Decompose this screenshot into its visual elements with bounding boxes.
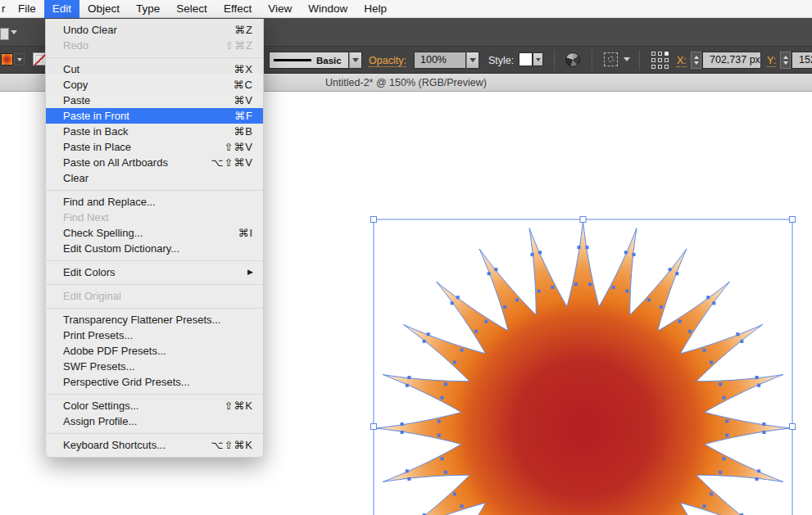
anchor-point[interactable] bbox=[438, 434, 441, 437]
anchor-point[interactable] bbox=[488, 272, 491, 275]
anchor-point[interactable] bbox=[712, 301, 715, 305]
menu-item-edit-custom-dictionary[interactable]: Edit Custom Dictionary... bbox=[46, 241, 263, 256]
anchor-point[interactable] bbox=[678, 320, 682, 323]
menu-item-paste-in-front[interactable]: Paste in Front⌘F bbox=[46, 108, 263, 124]
menu-item-clear[interactable]: Clear bbox=[46, 170, 263, 186]
anchor-point[interactable] bbox=[755, 477, 759, 481]
chevron-down-icon[interactable] bbox=[624, 57, 630, 61]
anchor-point[interactable] bbox=[401, 431, 404, 434]
anchor-point[interactable] bbox=[740, 340, 743, 343]
anchor-point[interactable] bbox=[647, 298, 651, 301]
y-stepper[interactable] bbox=[780, 52, 791, 69]
anchor-point[interactable] bbox=[460, 504, 464, 508]
x-stepper[interactable] bbox=[691, 52, 701, 69]
anchor-point[interactable] bbox=[710, 361, 713, 364]
no-stroke-icon[interactable] bbox=[33, 52, 46, 66]
anchor-point[interactable] bbox=[723, 396, 726, 400]
menu-item-assign-profile[interactable]: Assign Profile... bbox=[46, 413, 263, 429]
anchor-point[interactable] bbox=[407, 376, 411, 379]
anchor-point[interactable] bbox=[588, 282, 592, 286]
selection-handle[interactable] bbox=[790, 424, 796, 430]
anchor-point[interactable] bbox=[669, 268, 672, 271]
menubar-item-effect[interactable]: Effect bbox=[215, 0, 260, 18]
menu-item-edit-colors[interactable]: Edit Colors▶ bbox=[46, 264, 263, 280]
anchor-point[interactable] bbox=[406, 469, 409, 472]
anchor-point[interactable] bbox=[451, 301, 454, 305]
anchor-point[interactable] bbox=[723, 457, 726, 460]
menubar-item-view[interactable]: View bbox=[260, 0, 300, 18]
menu-item-transparency-flattener-presets[interactable]: Transparency Flattener Presets... bbox=[46, 312, 263, 328]
anchor-point[interactable] bbox=[440, 457, 443, 460]
anchor-point[interactable] bbox=[503, 305, 506, 309]
anchor-point[interactable] bbox=[762, 431, 765, 434]
selection-handle[interactable] bbox=[790, 217, 796, 223]
anchor-point[interactable] bbox=[530, 253, 533, 256]
anchor-point[interactable] bbox=[660, 305, 663, 309]
anchor-point[interactable] bbox=[474, 330, 478, 333]
anchor-point[interactable] bbox=[438, 419, 441, 422]
anchor-point[interactable] bbox=[702, 504, 705, 508]
anchor-point[interactable] bbox=[444, 382, 447, 386]
anchor-point[interactable] bbox=[719, 382, 722, 386]
anchor-point[interactable] bbox=[453, 361, 456, 364]
anchor-point[interactable] bbox=[538, 251, 542, 254]
menu-item-copy[interactable]: Copy⌘C bbox=[46, 77, 263, 93]
opacity-link[interactable]: Opacity: bbox=[369, 55, 406, 67]
menu-item-adobe-pdf-presets[interactable]: Adobe PDF Presets... bbox=[46, 343, 263, 359]
menu-item-undo-clear[interactable]: Undo Clear⌘Z bbox=[46, 22, 263, 38]
anchor-point[interactable] bbox=[484, 320, 488, 323]
x-label[interactable]: X: bbox=[677, 55, 687, 67]
menu-item-keyboard-shortcuts[interactable]: Keyboard Shortcuts...⌥⇧⌘K bbox=[46, 437, 263, 453]
anchor-point[interactable] bbox=[444, 471, 447, 474]
menu-item-paste[interactable]: Paste⌘V bbox=[46, 93, 263, 108]
fill-color-dropdown[interactable] bbox=[14, 53, 25, 66]
anchor-point[interactable] bbox=[401, 422, 404, 426]
menubar-item-file[interactable]: File bbox=[10, 0, 44, 18]
opacity-value-field[interactable]: 100% bbox=[414, 52, 466, 69]
menu-item-color-settings[interactable]: Color Settings...⇧⌘K bbox=[46, 398, 263, 413]
anchor-point[interactable] bbox=[757, 469, 760, 472]
y-value-field[interactable]: 152,329 px bbox=[792, 52, 812, 69]
anchor-point[interactable] bbox=[427, 332, 430, 336]
anchor-point[interactable] bbox=[725, 419, 728, 422]
style-swatch[interactable] bbox=[519, 52, 533, 66]
anchor-point[interactable] bbox=[736, 332, 739, 336]
anchor-point[interactable] bbox=[612, 286, 615, 289]
ref-cell[interactable] bbox=[665, 58, 669, 62]
anchor-point[interactable] bbox=[494, 268, 497, 271]
anchor-point[interactable] bbox=[702, 349, 705, 352]
menu-item-perspective-grid-presets[interactable]: Perspective Grid Presets... bbox=[46, 374, 263, 390]
anchor-point[interactable] bbox=[706, 296, 710, 299]
anchor-point[interactable] bbox=[423, 340, 426, 343]
style-arrow[interactable] bbox=[533, 52, 543, 66]
menu-item-paste-in-place[interactable]: Paste in Place⇧⌘V bbox=[46, 139, 263, 155]
anchor-point[interactable] bbox=[406, 384, 409, 387]
anchor-point[interactable] bbox=[719, 471, 722, 474]
anchor-point[interactable] bbox=[407, 477, 411, 481]
anchor-point[interactable] bbox=[440, 396, 443, 400]
selection-handle[interactable] bbox=[371, 217, 377, 223]
opacity-arrow[interactable] bbox=[466, 52, 479, 69]
fill-color-swatch[interactable] bbox=[1, 53, 13, 66]
menu-item-cut[interactable]: Cut⌘X bbox=[46, 61, 263, 77]
anchor-point[interactable] bbox=[725, 434, 728, 437]
anchor-point[interactable] bbox=[675, 272, 678, 275]
ref-cell[interactable] bbox=[665, 65, 669, 69]
reference-point-grid[interactable] bbox=[651, 52, 670, 70]
ref-cell[interactable] bbox=[651, 52, 655, 56]
menu-item-paste-on-all-artboards[interactable]: Paste on All Artboards⌥⇧⌘V bbox=[46, 155, 263, 170]
menubar-item-help[interactable]: Help bbox=[356, 0, 395, 18]
cutoff-dropdown[interactable] bbox=[0, 28, 9, 40]
select-similar-icon[interactable] bbox=[604, 52, 618, 66]
menubar-item-object[interactable]: Object bbox=[79, 0, 128, 18]
ref-cell[interactable] bbox=[651, 65, 655, 69]
menubar-item-type[interactable]: Type bbox=[128, 0, 168, 18]
anchor-point[interactable] bbox=[624, 251, 628, 254]
menubar-item-edit[interactable]: Edit bbox=[44, 0, 79, 18]
anchor-point[interactable] bbox=[456, 296, 460, 299]
anchor-point[interactable] bbox=[755, 376, 759, 379]
ref-cell[interactable] bbox=[658, 52, 662, 56]
anchor-point[interactable] bbox=[551, 286, 554, 289]
menu-item-swf-presets[interactable]: SWF Presets... bbox=[46, 359, 263, 374]
anchor-point[interactable] bbox=[625, 289, 628, 292]
